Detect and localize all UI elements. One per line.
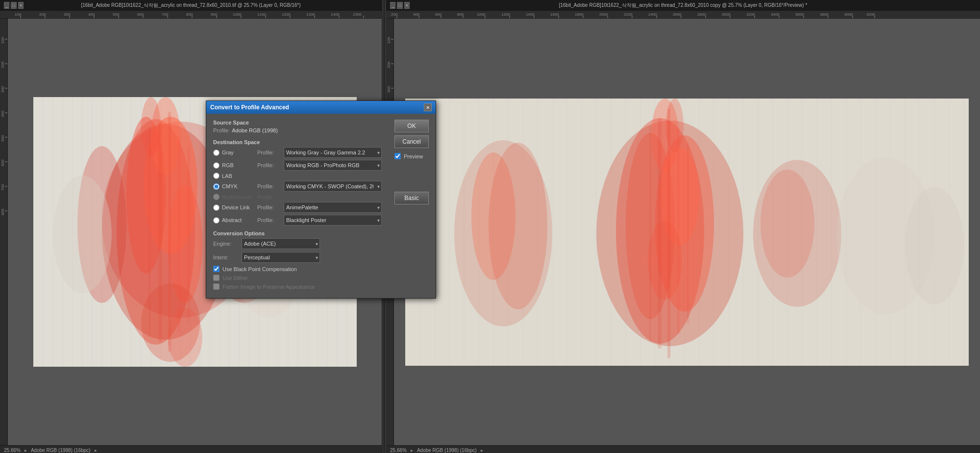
dialog-main-content: Source Space Profile: Adobe RGB (1998) D… [213,120,390,292]
black-point-row: Use Black Point Compensation [213,266,390,272]
svg-text:1500: 1500 [353,12,362,17]
svg-text:100: 100 [387,37,391,44]
preview-label: Preview [404,153,423,159]
conversion-options-label: Conversion Options [213,230,390,236]
panels-container: _ □ × [16bit_Adobe RGB]10t1622_삭작됨_acryl… [0,0,980,453]
right-minimize-btn[interactable]: _ [390,2,395,9]
dialog-actions: OK Cancel Preview Basic [394,120,429,292]
svg-point-210 [760,170,814,277]
destination-space-label: Destination Space [213,139,390,145]
dialog-close-btn[interactable]: ✕ [424,103,432,111]
left-maximize-btn[interactable]: □ [11,2,16,9]
flatten-checkbox [213,283,220,290]
right-maximize-btn[interactable]: □ [397,2,402,9]
dest-gray-radio[interactable] [213,150,220,156]
svg-text:300: 300 [0,86,5,93]
workspace: _ □ × [16bit_Adobe RGB]10t1622_삭작됨_acryl… [0,0,980,453]
svg-point-93 [168,308,202,367]
svg-point-91 [141,97,161,156]
right-canvas-area [394,19,980,445]
dest-row-multichannel: Multichannel Profile: [213,194,390,200]
flatten-row: Flatten Image to Preserve Appearance [213,283,390,290]
black-point-label: Use Black Point Compensation [222,266,297,272]
svg-text:3200: 3200 [746,12,755,17]
left-ruler-horizontal: 100 200 300 400 500 600 700 800 900 1000… [0,11,382,19]
preview-row: Preview [394,153,429,159]
right-close-btn[interactable]: × [404,2,410,9]
svg-text:4200: 4200 [866,12,875,17]
dest-devicelink-select[interactable]: AnimePalette [284,202,382,213]
flatten-label: Flatten Image to Preserve Appearance [222,284,315,290]
source-profile-line: Profile: Adobe RGB (1998) [213,127,390,133]
right-canvas [405,99,969,366]
svg-rect-217 [687,143,689,324]
dest-multichannel-label: Multichannel [222,194,252,200]
dest-row-abstract: Abstract Profile: Blacklight Poster [213,215,390,226]
svg-rect-31 [0,19,8,445]
dither-checkbox [213,275,220,281]
svg-text:3000: 3000 [722,12,731,17]
svg-rect-101 [386,11,980,19]
engine-select[interactable]: Adobe (ACE) [242,238,320,249]
svg-text:600: 600 [0,159,5,166]
right-panel-title: [16bit_Adobe RGB]10t1622_삭작됨_acrylic on … [410,2,956,9]
dest-rgb-label: RGB [222,162,234,168]
dest-row-lab: LAB [213,173,390,179]
intent-select[interactable]: Perceptual [242,252,320,263]
svg-text:200: 200 [0,61,5,68]
dest-cmyk-select[interactable]: Working CMYK - SWOP (Coated), 20%, GCR, … [284,181,382,192]
conversion-options-section: Conversion Options Engine: Adobe (ACE) [213,230,390,290]
dest-lab-label: LAB [222,173,232,179]
svg-text:100: 100 [0,37,5,44]
dest-abstract-radio[interactable] [213,217,220,224]
dialog-title: Convert to Profile Advanced [210,104,289,111]
dialog-titlebar: Convert to Profile Advanced ✕ [206,101,436,114]
intent-label: Intent: [213,254,239,260]
svg-text:1000: 1000 [233,12,242,17]
svg-text:400: 400 [0,110,5,117]
black-point-checkbox[interactable] [213,266,220,272]
dest-multichannel-profile-label: Profile: [257,194,281,200]
svg-text:300: 300 [387,86,391,93]
dest-devicelink-label: Device Link [222,204,250,210]
ok-button[interactable]: OK [394,120,429,132]
dest-lab-radio[interactable] [213,173,220,179]
basic-button[interactable]: Basic [394,192,429,204]
svg-text:700: 700 [0,184,5,191]
svg-text:2000: 2000 [599,12,608,17]
right-panel-titlebar: _ □ × [16bit_Adobe RGB]10t1622_삭작됨_acryl… [386,0,980,11]
dest-gray-label: Gray [222,150,234,155]
left-close-btn[interactable]: × [18,2,24,9]
svg-text:800: 800 [0,208,5,215]
dest-rgb-profile-label: Profile: [257,162,281,168]
cancel-button[interactable]: Cancel [394,135,429,148]
dest-devicelink-radio[interactable] [213,204,220,211]
dest-abstract-select[interactable]: Blacklight Poster [284,215,382,226]
svg-point-212 [905,187,964,304]
dest-rgb-radio[interactable] [213,162,220,169]
svg-text:3800: 3800 [820,12,829,17]
svg-rect-214 [667,108,670,358]
dialog-body: Source Space Profile: Adobe RGB (1998) D… [206,114,436,298]
dest-gray-select[interactable]: Working Gray - Gray Gamma 2.2 [284,147,382,158]
svg-text:500: 500 [0,135,5,142]
svg-text:1200: 1200 [501,12,510,17]
dest-row-cmyk: CMYK Profile: Working CMYK - SWOP (Coate… [213,181,390,192]
svg-text:1600: 1600 [550,12,559,17]
svg-rect-213 [658,118,662,349]
dest-row-gray: Gray Profile: Working Gray - Gray Gamma … [213,147,390,158]
left-minimize-btn[interactable]: _ [4,2,9,9]
svg-text:2200: 2200 [624,12,633,17]
source-profile-label: Profile: [213,127,230,133]
dest-cmyk-profile-label: Profile: [257,183,281,189]
svg-rect-215 [677,128,680,334]
dest-multichannel-radio [213,194,220,200]
left-color-mode: Adobe RGB (1998) (16bpc) [31,448,91,453]
right-zoom-level: 25.66% [390,448,407,453]
svg-rect-94 [158,122,162,342]
destination-space-section: Destination Space Gray Profile: [213,139,390,226]
preview-checkbox[interactable] [394,153,401,159]
dest-rgb-select[interactable]: Working RGB - ProPhoto RGB [284,160,382,171]
dest-cmyk-radio[interactable] [213,183,220,190]
left-status-bar: 25.66% ▸ Adobe RGB (1998) (16bpc) ▸ [0,445,382,453]
